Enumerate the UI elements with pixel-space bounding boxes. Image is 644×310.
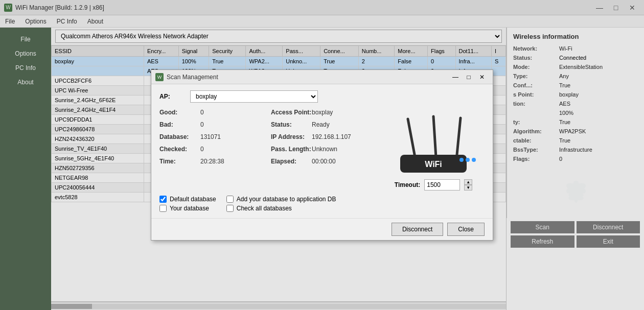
value-access-point: boxplay [312,109,333,116]
field-access-point: Access Point: boxplay [271,109,377,116]
label-database: Database: [159,133,200,140]
modal-disconnect-button[interactable]: Disconnect [392,223,443,236]
value-status-modal: Ready [312,121,330,128]
svg-point-11 [459,158,464,162]
label-elapsed: Elapsed: [271,158,312,165]
field-bad: Bad: 0 [159,121,266,128]
modal-icon: W [155,73,164,81]
checkboxes-left: Default database Your database [159,196,216,212]
field-ip: IP Address: 192.168.1.107 [271,133,377,140]
checkbox-check-all-input[interactable] [226,205,234,212]
label-ip: IP Address: [271,133,312,140]
checkbox-default-db-input[interactable] [159,196,167,203]
timeout-spinner: ▲ ▼ [464,179,472,190]
field-elapsed: Elapsed: 00:00:00 [271,158,377,165]
value-bad: 0 [200,121,204,128]
svg-line-8 [456,118,461,160]
checkboxes-right: Add your database to application DB Chec… [226,196,336,212]
checkbox-check-all[interactable]: Check all databases [226,205,336,212]
modal-minimize-button[interactable]: — [449,72,462,82]
field-checked: Checked: 0 [159,146,266,153]
modal-close-footer-button[interactable]: Close [447,223,485,236]
field-pass-length: Pass. Length: Unknown [271,146,377,153]
checkbox-default-db-label: Default database [170,196,216,203]
router-image-area: WiFi Timeout: ▲ ▼ [382,109,485,190]
timeout-input[interactable] [424,179,460,190]
svg-line-6 [408,119,416,160]
svg-point-13 [472,158,476,162]
modal-left-fields: Good: 0 Bad: 0 Database: 131071 Checked:… [159,109,266,190]
modal-right-fields: Access Point: boxplay Status: Ready IP A… [271,109,377,190]
checkbox-add-db-input[interactable] [226,196,234,203]
field-good: Good: 0 [159,109,266,116]
timeout-label: Timeout: [395,181,420,188]
label-checked: Checked: [159,146,200,153]
field-time: Time: 20:28:38 [159,158,266,165]
scan-management-modal: W Scan Management — □ ✕ AP: boxplay Good… [151,69,493,241]
field-database: Database: 131071 [159,133,266,140]
checkbox-add-db[interactable]: Add your database to application DB [226,196,336,203]
router-svg: WiFi [385,109,482,175]
field-status: Status: Ready [271,121,377,128]
value-ip: 192.168.1.107 [312,133,351,140]
ap-select[interactable]: boxplay [190,90,318,103]
svg-text:WiFi: WiFi [425,160,442,169]
label-access-point: Access Point: [271,109,312,116]
label-time: Time: [159,158,200,165]
svg-line-7 [433,116,436,157]
label-pass-length: Pass. Length: [271,146,312,153]
spin-up-button[interactable]: ▲ [464,179,472,185]
value-database: 131071 [200,133,221,140]
checkbox-your-db-input[interactable] [159,205,167,212]
checkbox-your-db[interactable]: Your database [159,205,216,212]
value-good: 0 [200,109,204,116]
label-bad: Bad: [159,121,200,128]
timeout-row: Timeout: ▲ ▼ [395,179,472,190]
modal-maximize-button[interactable]: □ [462,72,475,82]
modal-body: AP: boxplay Good: 0 Bad: 0 [151,84,493,218]
modal-close-button[interactable]: ✕ [475,72,489,82]
modal-overlay: W Scan Management — □ ✕ AP: boxplay Good… [0,0,644,310]
ap-row: AP: boxplay [159,90,485,103]
label-status-modal: Status: [271,121,312,128]
modal-titlebar: W Scan Management — □ ✕ [151,70,493,84]
checkbox-default-db[interactable]: Default database [159,196,216,203]
label-good: Good: [159,109,200,116]
value-time: 20:28:38 [200,158,224,165]
checkbox-check-all-label: Check all databases [237,205,292,212]
checkbox-area: Default database Your database Add your … [159,196,485,212]
value-pass-length: Unknown [312,146,337,153]
ap-label: AP: [159,93,190,100]
checkbox-add-db-label: Add your database to application DB [237,196,336,203]
modal-footer: Disconnect Close [151,218,493,240]
spin-down-button[interactable]: ▼ [464,185,472,190]
svg-point-12 [466,158,470,162]
value-elapsed: 00:00:00 [312,158,336,165]
checkbox-your-db-label: Your database [170,205,209,212]
value-checked: 0 [200,146,204,153]
modal-title: Scan Management [167,74,449,81]
